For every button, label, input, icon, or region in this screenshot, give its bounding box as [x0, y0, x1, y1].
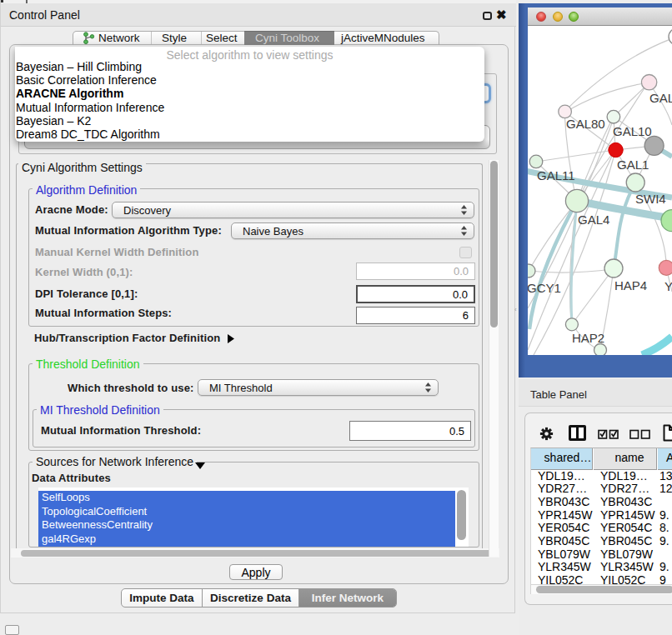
svg-text:GAL4: GAL4 — [578, 212, 609, 227]
svg-text:SWI4: SWI4 — [635, 192, 666, 206]
svg-text:GAL10: GAL10 — [613, 124, 652, 138]
svg-text:GAL7: GAL7 — [649, 91, 672, 105]
svg-text:GCY1: GCY1 — [528, 281, 561, 295]
svg-text:HAP4: HAP4 — [614, 278, 647, 292]
svg-text:GAL11: GAL11 — [537, 168, 575, 182]
svg-text:HAP2: HAP2 — [572, 331, 604, 345]
svg-text:GAL80: GAL80 — [566, 117, 605, 131]
svg-text:GAL1: GAL1 — [617, 158, 649, 172]
svg-text:Y: Y — [664, 279, 672, 293]
